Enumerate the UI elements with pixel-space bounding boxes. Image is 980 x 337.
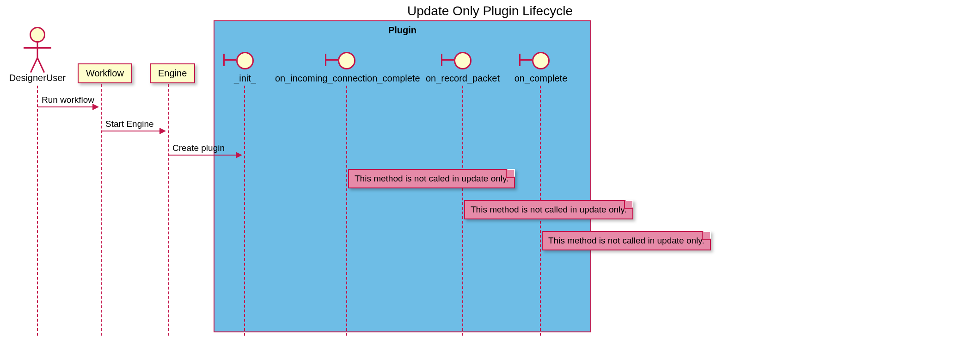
note-on-complete: This method is not called in update only… — [542, 231, 711, 250]
actor-designer-user: DesignerUser — [7, 27, 67, 83]
entity-on-record: on_record_packet — [423, 52, 502, 84]
diagram-title: Update Only Plugin Lifecycle — [407, 4, 573, 19]
msg-run-workflow-label: Run workflow — [42, 95, 94, 105]
entity-on-incoming: on_incoming_connection_complete — [275, 52, 418, 84]
lifeline-actor — [37, 86, 38, 336]
note-on-record: This method is not called in update only… — [464, 200, 633, 219]
lifeline-init — [244, 86, 245, 336]
actor-label: DesignerUser — [7, 73, 67, 83]
lifeline-on-record — [462, 86, 463, 336]
msg-start-engine-label: Start Engine — [105, 119, 154, 129]
msg-create-plugin-arrow — [169, 155, 241, 156]
lifeline-on-incoming — [346, 86, 347, 336]
participant-engine: Engine — [150, 63, 195, 83]
msg-start-engine-arrow — [102, 131, 165, 131]
msg-create-plugin-label: Create plugin — [172, 143, 225, 153]
participant-workflow: Workflow — [78, 63, 132, 83]
msg-run-workflow-arrow — [38, 106, 98, 107]
note-on-incoming: This method is not caled in update only. — [348, 169, 515, 188]
plugin-title: Plugin — [388, 25, 416, 36]
lifeline-engine — [168, 84, 169, 336]
entity-on-complete: on_complete — [511, 52, 571, 84]
lifeline-workflow — [101, 84, 102, 336]
entity-init: _init_ — [222, 52, 268, 84]
